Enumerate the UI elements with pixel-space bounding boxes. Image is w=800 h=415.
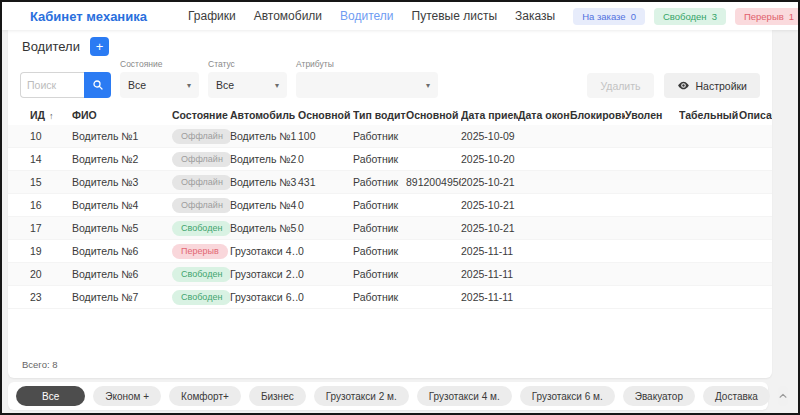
table-row[interactable]: 16Водитель №4ОффлайнВодитель №4…0Работни… bbox=[8, 194, 772, 217]
cell-vehicle: Водитель №4… bbox=[230, 199, 298, 211]
status-badge: Оффлайн bbox=[172, 198, 230, 213]
filter-value: Все bbox=[216, 79, 234, 91]
cell-state: Свободен bbox=[172, 290, 230, 305]
category-tab-4[interactable]: Бизнес bbox=[249, 386, 306, 406]
chevron-down-icon: ▾ bbox=[426, 81, 430, 90]
table-row[interactable]: 23Водитель №7СвободенГрузотакси 6…0Работ… bbox=[8, 286, 772, 309]
cell-account: 0 bbox=[298, 199, 353, 211]
column-header[interactable]: Дата прием… bbox=[461, 109, 518, 121]
column-header[interactable]: Автомобиль bbox=[230, 109, 298, 121]
cell-hired: 2025-11-11 bbox=[461, 245, 518, 257]
table-row[interactable]: 14Водитель №2ОффлайнВодитель №2…0Работни… bbox=[8, 148, 772, 171]
counter-badge-blue: На заказе0 bbox=[573, 8, 645, 25]
filter-2: СтатусВсе▾ bbox=[208, 59, 287, 98]
column-header[interactable]: Состояние bbox=[172, 109, 230, 121]
cell-state: Оффлайн bbox=[172, 129, 230, 144]
column-header[interactable]: Дата оконча… bbox=[518, 109, 570, 121]
table-row[interactable]: 10Водитель №1ОффлайнВодитель №1…100Работ… bbox=[8, 125, 772, 148]
filter-select[interactable]: Все▾ bbox=[208, 72, 287, 98]
category-tab-2[interactable]: Эконом + bbox=[93, 386, 161, 406]
cell-account: 0 bbox=[298, 268, 353, 280]
add-driver-button[interactable]: + bbox=[90, 37, 109, 56]
chevron-down-icon: ▾ bbox=[275, 81, 279, 90]
category-tab-3[interactable]: Комфорт+ bbox=[169, 386, 241, 406]
column-header[interactable]: Основной сч… bbox=[298, 109, 353, 121]
table-header-row: ИД↑ФИОСостояниеАвтомобильОсновной сч…Тип… bbox=[8, 105, 772, 125]
nav-item-4[interactable]: Путевые листы bbox=[412, 9, 498, 23]
cell-name: Водитель №6 bbox=[72, 245, 172, 257]
nav-item-3[interactable]: Водители bbox=[340, 9, 393, 23]
column-header[interactable]: Основной те… bbox=[406, 109, 461, 121]
counter-value: 1 bbox=[789, 11, 794, 22]
cell-state: Перерыв bbox=[172, 244, 230, 259]
cell-state: Оффлайн bbox=[172, 198, 230, 213]
cell-state: Оффлайн bbox=[172, 152, 230, 167]
search-button[interactable] bbox=[84, 72, 111, 98]
panel-header: Водители + bbox=[8, 30, 772, 57]
settings-button[interactable]: Настройки bbox=[664, 73, 761, 98]
filter-value: Все bbox=[128, 79, 146, 91]
nav-item-2[interactable]: Автомобили bbox=[254, 9, 322, 23]
search-input[interactable] bbox=[20, 72, 84, 98]
cell-name: Водитель №2 bbox=[72, 153, 172, 165]
status-badge: Оффлайн bbox=[172, 175, 230, 190]
cell-hired: 2025-11-11 bbox=[461, 268, 518, 280]
main-nav: ГрафикиАвтомобилиВодителиПутевые листыЗа… bbox=[188, 9, 555, 23]
cell-type: Работник bbox=[353, 245, 406, 257]
column-header[interactable]: Тип водителя bbox=[353, 109, 406, 121]
status-badge: Оффлайн bbox=[172, 129, 230, 144]
cell-account: 0 bbox=[298, 291, 353, 303]
column-header[interactable]: Уволен bbox=[625, 109, 679, 121]
nav-item-1[interactable]: Графики bbox=[188, 9, 236, 23]
cell-id: 16 bbox=[30, 199, 72, 211]
total-count: Всего: 8 bbox=[8, 359, 772, 378]
column-header[interactable]: ФИО bbox=[72, 109, 172, 121]
cell-phone: 89120049566 bbox=[406, 176, 461, 188]
filter-select[interactable]: Все▾ bbox=[120, 72, 199, 98]
category-tab-9[interactable]: Доставка bbox=[703, 386, 770, 406]
category-tab-6[interactable]: Грузотакси 4 м. bbox=[417, 386, 512, 406]
app-window: Кабинет механика ГрафикиАвтомобилиВодите… bbox=[0, 0, 800, 415]
nav-item-5[interactable]: Заказы bbox=[515, 9, 555, 23]
cell-type: Работник bbox=[353, 199, 406, 211]
app-title: Кабинет механика bbox=[30, 9, 170, 24]
cell-account: 0 bbox=[298, 153, 353, 165]
filter-3: Атрибуты▾ bbox=[296, 59, 438, 98]
column-header[interactable]: Блокировка bbox=[570, 109, 625, 121]
eye-icon bbox=[677, 79, 690, 92]
counter-value: 3 bbox=[712, 11, 717, 22]
cell-id: 10 bbox=[30, 130, 72, 142]
cell-vehicle: Грузотакси 6… bbox=[230, 291, 298, 303]
cell-state: Свободен bbox=[172, 221, 230, 236]
cell-hired: 2025-11-11 bbox=[461, 291, 518, 303]
settings-label: Настройки bbox=[696, 80, 748, 92]
filter-select[interactable]: ▾ bbox=[296, 72, 438, 98]
cell-name: Водитель №3 bbox=[72, 176, 172, 188]
collapse-button[interactable] bbox=[778, 386, 788, 406]
column-header[interactable]: ИД↑ bbox=[30, 109, 72, 121]
delete-button[interactable]: Удалить bbox=[587, 73, 653, 98]
category-tab-5[interactable]: Грузотакси 2 м. bbox=[314, 386, 409, 406]
cell-id: 14 bbox=[30, 153, 72, 165]
table-row[interactable]: 17Водитель №5СвободенВодитель №5…0Работн… bbox=[8, 217, 772, 240]
table-row[interactable]: 20Водитель №6СвободенГрузотакси 2…0Работ… bbox=[8, 263, 772, 286]
counter-badge-red: Перерыв1 bbox=[735, 8, 800, 25]
filter-1: СостояниеВсе▾ bbox=[120, 59, 199, 98]
cell-vehicle: Водитель №2… bbox=[230, 153, 298, 165]
category-tab-8[interactable]: Эвакуатор bbox=[623, 386, 695, 406]
cell-hired: 2025-10-21 bbox=[461, 176, 518, 188]
category-tab-1[interactable]: Все bbox=[16, 386, 85, 406]
cell-name: Водитель №4 bbox=[72, 199, 172, 211]
column-header[interactable]: Описание bbox=[739, 109, 772, 121]
table-row[interactable]: 15Водитель №3ОффлайнВодитель №3…431Работ… bbox=[8, 171, 772, 194]
table-row[interactable]: 19Водитель №6ПерерывГрузотакси 4…0Работн… bbox=[8, 240, 772, 263]
cell-account: 0 bbox=[298, 222, 353, 234]
category-tab-7[interactable]: Грузотакси 6 м. bbox=[520, 386, 615, 406]
column-header[interactable]: Табельный … bbox=[679, 109, 739, 121]
cell-vehicle: Грузотакси 2… bbox=[230, 268, 298, 280]
filters-toolbar: СостояниеВсе▾СтатусВсе▾Атрибуты▾ Удалить… bbox=[8, 57, 772, 105]
category-tabbar: ВсеЭконом +Комфорт+БизнесГрузотакси 2 м.… bbox=[8, 382, 768, 410]
chevron-down-icon: ▾ bbox=[187, 81, 191, 90]
cell-type: Работник bbox=[353, 268, 406, 280]
filter-label: Статус bbox=[208, 59, 287, 69]
